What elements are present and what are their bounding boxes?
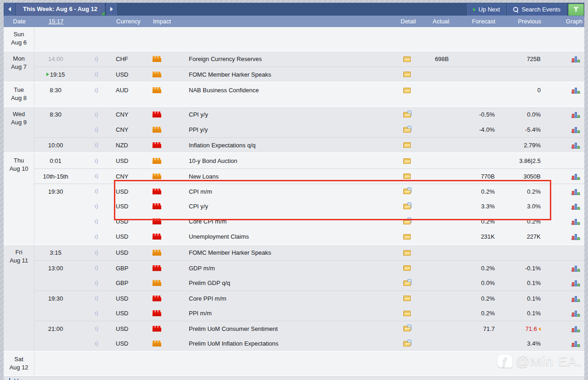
graph-icon[interactable] [571, 233, 580, 240]
graph-icon[interactable] [571, 310, 580, 317]
detail-folder-icon[interactable] [403, 189, 411, 194]
speaker-alert-icon[interactable] [93, 142, 99, 148]
event-previous: -5.4% [499, 126, 545, 133]
speaker-alert-icon[interactable] [93, 87, 99, 94]
impact-cell [153, 265, 189, 271]
speaker-alert-icon[interactable] [93, 188, 99, 195]
detail-folder-icon[interactable] [403, 311, 411, 316]
filter-button[interactable] [568, 4, 584, 16]
speaker-alert-icon[interactable] [93, 173, 99, 179]
graph-cell [545, 249, 584, 256]
speaker-alert-icon[interactable] [93, 56, 99, 62]
speaker-alert-icon[interactable] [93, 280, 99, 286]
detail-folder-icon[interactable] [403, 265, 411, 271]
detail-folder-icon[interactable] [403, 142, 411, 148]
graph-icon[interactable] [571, 203, 580, 210]
speaker-alert-icon[interactable] [93, 234, 99, 240]
event-name[interactable]: New Loans [189, 173, 400, 180]
event-name[interactable]: FOMC Member Harker Speaks [189, 71, 400, 78]
day-events: 3:15 USD FOMC Member Harker Speaks 13:00… [34, 245, 584, 351]
speaker-alert-icon[interactable] [93, 310, 99, 317]
graph-icon[interactable] [571, 325, 580, 332]
previous-week-button[interactable] [5, 3, 15, 15]
event-name[interactable]: CPI y/y [189, 111, 400, 118]
speaker-alert-icon[interactable] [93, 203, 99, 210]
event-time: 19:15 [50, 71, 65, 78]
event-name[interactable]: PPI m/m [189, 310, 400, 317]
detail-folder-icon[interactable] [403, 296, 411, 301]
up-next-button[interactable]: Up Next [467, 4, 506, 16]
detail-folder-icon[interactable] [403, 280, 411, 286]
week-range-tab[interactable]: This Week: Aug 6 - Aug 12 [16, 3, 105, 15]
event-name[interactable]: CPI m/m [189, 188, 400, 195]
event-name[interactable]: NAB Business Confidence [189, 87, 400, 94]
graph-icon[interactable] [571, 188, 580, 195]
graph-icon[interactable] [571, 56, 580, 62]
watermark: f @Min EA. [498, 353, 582, 369]
event-name[interactable]: Prelim UoM Consumer Sentiment [189, 325, 400, 332]
detail-cell [400, 112, 414, 117]
next-week-button[interactable] [107, 3, 117, 15]
speaker-alert-icon[interactable] [93, 127, 99, 133]
detail-folder-icon[interactable] [403, 127, 411, 133]
graph-icon[interactable] [571, 295, 580, 302]
speaker-alert-icon[interactable] [93, 250, 99, 256]
graph-icon[interactable] [571, 340, 580, 347]
impact-icon [153, 234, 161, 240]
event-name[interactable]: 10-y Bond Auction [189, 157, 400, 164]
event-previous: 227K [499, 233, 545, 240]
graph-cell [545, 203, 584, 210]
graph-icon[interactable] [571, 87, 580, 94]
search-events-label: Search Events [521, 6, 560, 13]
detail-cell [400, 173, 414, 179]
event-forecast: 0.2% [453, 265, 499, 272]
speaker-alert-icon[interactable] [93, 325, 99, 332]
impact-icon [153, 173, 161, 179]
detail-document-icon [407, 126, 412, 131]
detail-folder-icon[interactable] [403, 72, 411, 77]
graph-icon[interactable] [571, 126, 580, 133]
event-name[interactable]: Foreign Currency Reserves [189, 56, 400, 62]
event-name[interactable]: Unemployment Claims [189, 233, 400, 240]
detail-folder-icon[interactable] [403, 204, 411, 209]
speaker-alert-icon[interactable] [93, 71, 99, 78]
event-name[interactable]: GDP m/m [189, 265, 400, 272]
event-name[interactable]: Core PPI m/m [189, 295, 400, 302]
detail-folder-icon[interactable] [403, 326, 411, 331]
graph-icon[interactable] [571, 111, 580, 118]
event-row: 13:00 GBP GDP m/m 0.2% -0.1% [34, 260, 584, 275]
header-current-time-link[interactable]: 15:17 [35, 18, 77, 25]
speaker-alert-icon[interactable] [93, 218, 99, 225]
event-name[interactable]: Inflation Expectations q/q [189, 142, 400, 149]
detail-folder-icon[interactable] [403, 112, 411, 117]
graph-icon[interactable] [571, 142, 580, 149]
detail-folder-icon[interactable] [403, 341, 411, 346]
graph-icon[interactable] [571, 279, 580, 286]
speaker-alert-icon[interactable] [93, 265, 99, 271]
search-events-button[interactable]: Search Events [507, 4, 566, 16]
day-date: Aug 8 [4, 94, 34, 102]
detail-folder-icon[interactable] [403, 158, 411, 164]
event-name[interactable]: Core CPI m/m [189, 218, 400, 225]
speaker-alert-icon[interactable] [93, 158, 99, 164]
detail-folder-icon[interactable] [403, 56, 411, 62]
speaker-alert-icon[interactable] [93, 295, 99, 302]
event-name[interactable]: CPI y/y [189, 203, 400, 210]
graph-icon[interactable] [571, 173, 580, 180]
graph-icon[interactable] [571, 218, 580, 225]
event-name[interactable]: PPI y/y [189, 126, 400, 133]
graph-icon[interactable] [571, 265, 580, 272]
detail-folder-icon[interactable] [403, 88, 411, 93]
speaker-alert-icon[interactable] [93, 112, 99, 118]
speaker-alert-icon[interactable] [93, 341, 99, 347]
detail-folder-icon[interactable] [403, 234, 411, 240]
event-name[interactable]: Prelim UoM Inflation Expectations [189, 340, 400, 347]
event-name[interactable]: FOMC Member Harker Speaks [189, 249, 400, 256]
graph-cell [545, 126, 584, 133]
detail-folder-icon[interactable] [403, 250, 411, 256]
detail-folder-icon[interactable] [403, 219, 411, 224]
detail-folder-icon[interactable] [403, 173, 411, 179]
event-name[interactable]: Prelim GDP q/q [189, 279, 400, 286]
more-label: More [14, 378, 28, 380]
more-link[interactable]: More [7, 378, 28, 380]
